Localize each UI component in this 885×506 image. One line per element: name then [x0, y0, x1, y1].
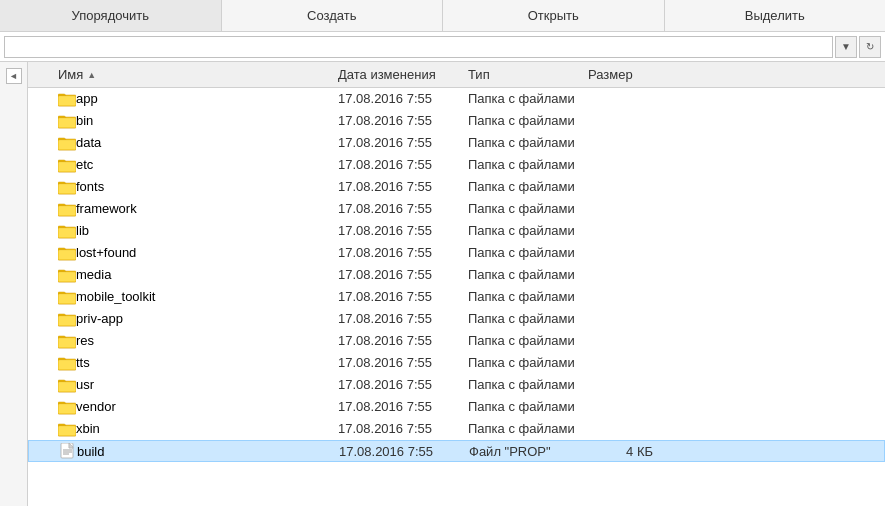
file-type: Папка с файлами — [468, 333, 588, 348]
table-row[interactable]: xbin 17.08.2016 7:55 Папка с файлами — [28, 418, 885, 440]
dropdown-button[interactable]: ▼ — [835, 36, 857, 58]
sort-arrow-icon: ▲ — [87, 70, 96, 80]
left-panel: ◄ — [0, 62, 28, 506]
svg-rect-20 — [59, 228, 75, 237]
file-date: 17.08.2016 7:55 — [338, 421, 468, 436]
arrange-button[interactable]: Упорядочить — [0, 0, 222, 31]
file-date: 17.08.2016 7:55 — [338, 333, 468, 348]
svg-rect-23 — [59, 250, 75, 259]
file-name: priv-app — [76, 311, 338, 326]
folder-icon — [58, 201, 76, 217]
file-type: Папка с файлами — [468, 267, 588, 282]
file-date: 17.08.2016 7:55 — [338, 201, 468, 216]
table-row[interactable]: vendor 17.08.2016 7:55 Папка с файлами — [28, 396, 885, 418]
prop-file-icon — [59, 443, 77, 459]
folder-icon — [58, 245, 76, 261]
table-row[interactable]: priv-app 17.08.2016 7:55 Папка с файлами — [28, 308, 885, 330]
file-date: 17.08.2016 7:55 — [338, 289, 468, 304]
svg-rect-32 — [59, 316, 75, 325]
file-type: Папка с файлами — [468, 157, 588, 172]
open-button[interactable]: Открыть — [443, 0, 665, 31]
file-type: Папка с файлами — [468, 113, 588, 128]
svg-rect-41 — [59, 382, 75, 391]
address-input[interactable] — [4, 36, 833, 58]
col-header-type[interactable]: Тип — [468, 67, 588, 82]
file-name: lost+found — [76, 245, 338, 260]
table-row[interactable]: app 17.08.2016 7:55 Папка с файлами — [28, 88, 885, 110]
file-name: framework — [76, 201, 338, 216]
col-header-date[interactable]: Дата изменения — [338, 67, 468, 82]
file-size: 4 КБ — [589, 444, 669, 459]
chevron-down-icon: ▼ — [841, 41, 851, 52]
select-button[interactable]: Выделить — [665, 0, 886, 31]
svg-rect-17 — [59, 206, 75, 215]
file-date: 17.08.2016 7:55 — [338, 399, 468, 414]
file-date: 17.08.2016 7:55 — [338, 179, 468, 194]
file-type: Папка с файлами — [468, 179, 588, 194]
file-type: Папка с файлами — [468, 377, 588, 392]
table-row[interactable]: mobile_toolkit 17.08.2016 7:55 Папка с ф… — [28, 286, 885, 308]
folder-icon — [58, 179, 76, 195]
table-row[interactable]: bin 17.08.2016 7:55 Папка с файлами — [28, 110, 885, 132]
table-row[interactable]: lib 17.08.2016 7:55 Папка с файлами — [28, 220, 885, 242]
table-row[interactable]: tts 17.08.2016 7:55 Папка с файлами — [28, 352, 885, 374]
collapse-button[interactable]: ◄ — [6, 68, 22, 84]
file-name: mobile_toolkit — [76, 289, 338, 304]
file-name: res — [76, 333, 338, 348]
file-rows-container: app 17.08.2016 7:55 Папка с файлами bin … — [28, 88, 885, 462]
svg-rect-26 — [59, 272, 75, 281]
table-row[interactable]: media 17.08.2016 7:55 Папка с файлами — [28, 264, 885, 286]
svg-rect-2 — [59, 96, 75, 105]
file-type: Папка с файлами — [468, 223, 588, 238]
col-header-name[interactable]: Имя ▲ — [58, 67, 338, 82]
table-row[interactable]: usr 17.08.2016 7:55 Папка с файлами — [28, 374, 885, 396]
file-date: 17.08.2016 7:55 — [339, 444, 469, 459]
file-name: data — [76, 135, 338, 150]
refresh-button[interactable]: ↻ — [859, 36, 881, 58]
file-name: app — [76, 91, 338, 106]
file-list[interactable]: Имя ▲ Дата изменения Тип Размер app 17.0 — [28, 62, 885, 506]
file-type: Файл "PROP" — [469, 444, 589, 459]
main-area: ◄ Имя ▲ Дата изменения Тип Размер — [0, 62, 885, 506]
file-date: 17.08.2016 7:55 — [338, 377, 468, 392]
file-date: 17.08.2016 7:55 — [338, 245, 468, 260]
file-type: Папка с файлами — [468, 201, 588, 216]
table-row[interactable]: res 17.08.2016 7:55 Папка с файлами — [28, 330, 885, 352]
file-name: usr — [76, 377, 338, 392]
file-type: Папка с файлами — [468, 91, 588, 106]
svg-rect-11 — [59, 162, 75, 171]
svg-rect-44 — [59, 404, 75, 413]
col-size-label: Размер — [588, 67, 633, 82]
table-row[interactable]: lost+found 17.08.2016 7:55 Папка с файла… — [28, 242, 885, 264]
file-name: xbin — [76, 421, 338, 436]
folder-icon — [58, 311, 76, 327]
col-name-label: Имя — [58, 67, 83, 82]
file-date: 17.08.2016 7:55 — [338, 113, 468, 128]
create-button[interactable]: Создать — [222, 0, 444, 31]
file-type: Папка с файлами — [468, 245, 588, 260]
toolbar: Упорядочить Создать Открыть Выделить — [0, 0, 885, 32]
folder-icon — [58, 157, 76, 173]
file-date: 17.08.2016 7:55 — [338, 91, 468, 106]
folder-icon — [58, 267, 76, 283]
file-type: Папка с файлами — [468, 289, 588, 304]
col-header-size[interactable]: Размер — [588, 67, 668, 82]
address-bar: ▼ ↻ — [0, 32, 885, 62]
folder-icon — [58, 377, 76, 393]
file-date: 17.08.2016 7:55 — [338, 267, 468, 282]
file-type: Папка с файлами — [468, 421, 588, 436]
table-row[interactable]: framework 17.08.2016 7:55 Папка с файлам… — [28, 198, 885, 220]
folder-icon — [58, 223, 76, 239]
table-row[interactable]: build 17.08.2016 7:55 Файл "PROP" 4 КБ — [28, 440, 885, 462]
svg-rect-29 — [59, 294, 75, 303]
svg-rect-47 — [59, 426, 75, 435]
file-name: build — [77, 444, 339, 459]
table-row[interactable]: fonts 17.08.2016 7:55 Папка с файлами — [28, 176, 885, 198]
col-date-label: Дата изменения — [338, 67, 436, 82]
file-type: Папка с файлами — [468, 311, 588, 326]
table-row[interactable]: etc 17.08.2016 7:55 Папка с файлами — [28, 154, 885, 176]
file-name: vendor — [76, 399, 338, 414]
table-row[interactable]: data 17.08.2016 7:55 Папка с файлами — [28, 132, 885, 154]
file-type: Папка с файлами — [468, 135, 588, 150]
file-name: media — [76, 267, 338, 282]
